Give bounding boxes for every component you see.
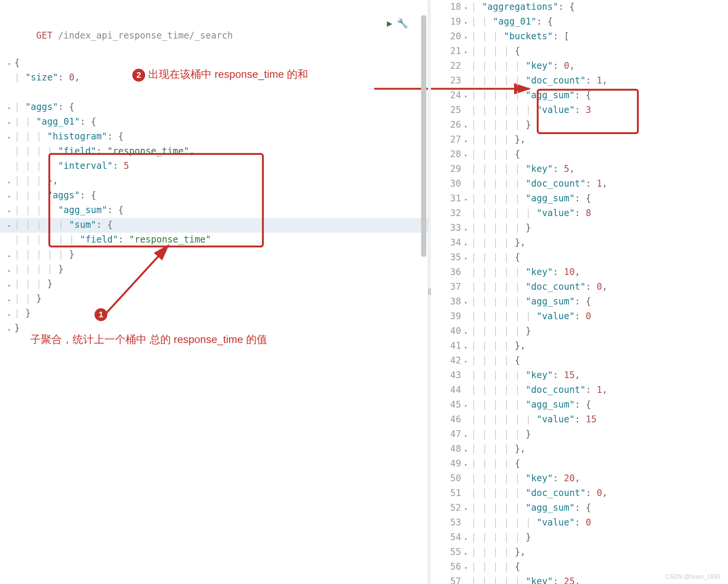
code-line[interactable]: 21▾| | | | { [435, 44, 728, 59]
code-line[interactable]: 47▴| | | | | } [435, 427, 728, 442]
fold-icon[interactable]: ▴ [464, 340, 471, 354]
code-line[interactable]: 48▴| | | | }, [435, 442, 728, 457]
fold-icon[interactable]: ▴ [8, 249, 14, 262]
code-line[interactable]: 56▾| | | | { [435, 560, 728, 575]
code-line[interactable]: 22 | | | | | "key": 0, [435, 59, 728, 74]
fold-icon[interactable]: ▴ [464, 237, 471, 250]
fold-icon[interactable]: ▴ [464, 428, 471, 442]
code-line[interactable]: ▴| | | | } [0, 262, 431, 277]
fold-icon[interactable]: ▴ [464, 134, 471, 147]
fold-icon[interactable] [464, 384, 471, 398]
fold-icon[interactable]: ▾ [464, 252, 471, 265]
fold-icon[interactable]: ▾ [464, 90, 471, 103]
code-line[interactable]: 39 | | | | | | "value": 0 [435, 309, 728, 324]
response-panel[interactable]: 18▾| "aggregations": {19▾| | "agg_01": {… [431, 0, 728, 584]
fold-icon[interactable] [464, 311, 471, 324]
code-line[interactable]: ▾| | | "histogram": { [0, 130, 431, 144]
fold-icon[interactable]: ▴ [8, 307, 14, 321]
code-line[interactable]: 25 | | | | | | "value": 3 [435, 103, 728, 118]
fold-icon[interactable] [464, 178, 471, 192]
panel-divider[interactable]: ‖ [428, 0, 431, 584]
fold-icon[interactable] [464, 473, 471, 486]
code-line[interactable]: 55▴| | | | }, [435, 545, 728, 560]
code-line[interactable]: 28▾| | | | { [435, 147, 728, 162]
left-scrollbar[interactable] [421, 15, 426, 400]
code-line[interactable]: | | | | | | "field": "response_time" [0, 233, 431, 247]
fold-icon[interactable]: ▾ [464, 355, 471, 368]
fold-icon[interactable]: ▾ [464, 45, 471, 59]
code-line[interactable]: 38▾| | | | | "agg_sum": { [435, 295, 728, 309]
fold-icon[interactable]: ▾ [464, 458, 471, 471]
fold-icon[interactable] [464, 266, 471, 280]
fold-icon[interactable]: ▾ [464, 31, 471, 44]
fold-icon[interactable]: ▾ [464, 1, 471, 15]
code-line[interactable]: 53 | | | | | | "value": 0 [435, 516, 728, 530]
fold-icon[interactable]: ▴ [464, 546, 471, 560]
fold-icon[interactable]: ▴ [464, 222, 471, 236]
code-line[interactable]: 27▴| | | | }, [435, 133, 728, 147]
code-line[interactable]: 44 | | | | | "doc_count": 1, [435, 383, 728, 398]
fold-icon[interactable]: ▴ [8, 175, 14, 188]
code-line[interactable]: 36 | | | | | "key": 10, [435, 265, 728, 280]
fold-icon[interactable]: ▴ [8, 322, 14, 336]
code-line[interactable]: ▴| | } [0, 292, 431, 306]
fold-icon[interactable]: ▾ [464, 502, 471, 516]
fold-icon[interactable]: ▴ [464, 325, 471, 339]
fold-icon[interactable] [464, 517, 471, 530]
code-line[interactable]: 46 | | | | | | "value": 15 [435, 413, 728, 427]
code-line[interactable]: 19▾| | "agg_01": { [435, 15, 728, 29]
code-line[interactable]: ▾| | | "aggs": { [0, 188, 431, 203]
fold-icon[interactable] [464, 207, 471, 221]
fold-icon[interactable]: ▴ [464, 531, 471, 545]
response-body-viewer[interactable]: 18▾| "aggregations": {19▾| | "agg_01": {… [435, 0, 728, 584]
code-line[interactable]: 29 | | | | | "key": 5, [435, 162, 728, 177]
fold-icon[interactable] [464, 281, 471, 295]
code-line[interactable]: 50 | | | | | "key": 20, [435, 471, 728, 486]
code-line[interactable]: 33▴| | | | | } [435, 221, 728, 236]
fold-icon[interactable]: ▾ [464, 399, 471, 413]
fold-icon[interactable]: ▴ [464, 443, 471, 457]
fold-icon[interactable]: ▾ [8, 190, 14, 203]
code-line[interactable] [0, 85, 431, 100]
code-line[interactable]: ▴| | | | | } [0, 247, 431, 262]
fold-icon[interactable]: ▴ [8, 263, 14, 277]
code-line[interactable]: 32 | | | | | | "value": 8 [435, 206, 728, 221]
code-line[interactable]: ▾| "aggs": { [0, 100, 431, 115]
code-line[interactable]: 45▾| | | | | "agg_sum": { [435, 398, 728, 413]
fold-icon[interactable]: ▾ [8, 219, 14, 233]
fold-icon[interactable] [464, 163, 471, 177]
fold-icon[interactable] [464, 104, 471, 118]
code-line[interactable]: ▾| | | | | "sum": { [0, 218, 431, 233]
fold-icon[interactable]: ▾ [8, 116, 14, 130]
fold-icon[interactable]: ▾ [464, 16, 471, 29]
fold-icon[interactable] [8, 87, 14, 100]
code-line[interactable]: ▾| | "agg_01": { [0, 115, 431, 130]
fold-icon[interactable] [464, 369, 471, 383]
code-line[interactable]: 26▴| | | | | } [435, 118, 728, 133]
fold-icon[interactable] [464, 414, 471, 427]
fold-icon[interactable]: ▾ [8, 57, 14, 71]
code-line[interactable]: 30 | | | | | "doc_count": 1, [435, 177, 728, 192]
request-body-editor[interactable]: ▾{ | "size": 0, ▾| "aggs": {▾| | "agg_01… [0, 56, 431, 336]
code-line[interactable]: 18▾| "aggregations": { [435, 0, 728, 15]
fold-icon[interactable]: ▾ [8, 101, 14, 115]
fold-icon[interactable]: ▾ [464, 193, 471, 206]
code-line[interactable]: ▴| | | }, [0, 174, 431, 188]
code-line[interactable]: | | | | "interval": 5 [0, 159, 431, 174]
code-line[interactable]: 51 | | | | | "doc_count": 0, [435, 486, 728, 501]
code-line[interactable]: 35▾| | | | { [435, 250, 728, 265]
fold-icon[interactable]: ▴ [464, 119, 471, 133]
code-line[interactable]: | | | | "field": "response_time", [0, 144, 431, 159]
code-line[interactable]: 42▾| | | | { [435, 354, 728, 368]
code-line[interactable]: ▴| } [0, 306, 431, 321]
code-line[interactable]: 43 | | | | | "key": 15, [435, 368, 728, 383]
fold-icon[interactable]: ▾ [464, 296, 471, 309]
fold-icon[interactable]: ▾ [8, 204, 14, 218]
code-line[interactable]: 34▴| | | | }, [435, 236, 728, 250]
scrollbar-thumb[interactable] [421, 15, 426, 257]
code-line[interactable]: 40▴| | | | | } [435, 324, 728, 339]
fold-icon[interactable]: ▴ [8, 293, 14, 306]
fold-icon[interactable] [464, 75, 471, 88]
code-line[interactable]: 37 | | | | | "doc_count": 0, [435, 280, 728, 295]
fold-icon[interactable] [8, 145, 14, 159]
